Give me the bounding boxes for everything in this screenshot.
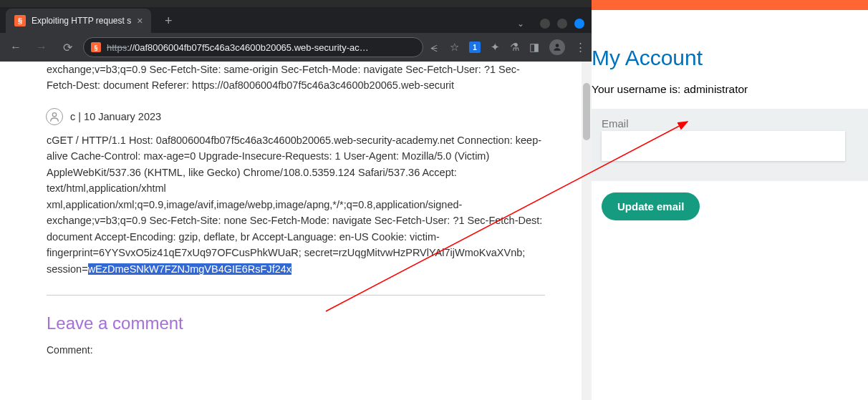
- panel-icon[interactable]: ◨: [529, 41, 539, 54]
- window-controls: ⌄: [517, 19, 592, 33]
- scrollbar[interactable]: [582, 62, 592, 400]
- browser-window: § Exploiting HTTP request s × + ⌄ ← → ⟳ …: [0, 0, 592, 400]
- close-icon[interactable]: ×: [137, 15, 143, 26]
- account-panel: My Account Your username is: administrat…: [592, 0, 868, 400]
- tab-strip: § Exploiting HTTP request s × + ⌄: [0, 7, 592, 33]
- leave-comment-heading: Leave a comment: [47, 313, 545, 333]
- svg-point-0: [556, 44, 559, 47]
- address-bar[interactable]: § https://0af8006004fb07f5c46a3c4600b200…: [83, 37, 423, 57]
- toolbar: ← → ⟳ § https://0af8006004fb07f5c46a3c46…: [0, 33, 592, 62]
- favicon-icon: §: [14, 15, 26, 26]
- svg-point-1: [52, 113, 56, 117]
- divider: [47, 295, 545, 296]
- back-button[interactable]: ←: [6, 37, 26, 57]
- update-email-button[interactable]: Update email: [602, 192, 700, 220]
- email-label: Email: [602, 117, 868, 130]
- username-text: Your username is: administrator: [592, 83, 868, 96]
- header-bar: [592, 0, 868, 10]
- comment-fragment: exchange;v=b3;q=0.9 Sec-Fetch-Site: same…: [47, 62, 545, 94]
- page-title: My Account: [592, 46, 868, 70]
- comment-body: cGET / HTTP/1.1 Host: 0af8006004fb07f5c4…: [47, 132, 545, 277]
- reload-button[interactable]: ⟳: [57, 37, 77, 57]
- site-info-icon[interactable]: §: [91, 42, 101, 52]
- email-form: Email: [592, 109, 868, 181]
- extension-icon[interactable]: 1: [469, 42, 481, 53]
- close-window-button[interactable]: [574, 19, 584, 29]
- comment-block: c | 10 January 2023 cGET / HTTP/1.1 Host…: [47, 108, 545, 277]
- extensions-icon[interactable]: ✦: [491, 41, 500, 54]
- minimize-button[interactable]: [540, 19, 550, 29]
- scrollbar-thumb[interactable]: [583, 83, 590, 140]
- page-content: exchange;v=b3;q=0.9 Sec-Fetch-Site: same…: [0, 62, 592, 400]
- comment-header: c | 10 January 2023: [47, 108, 545, 125]
- comment-meta: c | 10 January 2023: [70, 111, 161, 122]
- browser-tab[interactable]: § Exploiting HTTP request s ×: [6, 9, 151, 33]
- share-icon[interactable]: ⪪: [429, 42, 440, 54]
- menu-icon[interactable]: ⋮: [575, 41, 586, 54]
- new-tab-button[interactable]: +: [158, 11, 178, 31]
- toolbar-icons: ⪪ ☆ 1 ✦ ⚗ ◨ ⋮: [429, 39, 586, 55]
- url-text: https://0af8006004fb07f5c46a3c4600b20065…: [107, 42, 369, 53]
- comment-label: Comment:: [47, 344, 545, 356]
- titlebar: [0, 0, 592, 7]
- highlighted-session: wEzDmeSNkW7FZNJmgVB4GIE6RsFJf24x: [88, 263, 291, 275]
- comment-body-text: cGET / HTTP/1.1 Host: 0af8006004fb07f5c4…: [47, 135, 542, 275]
- bookmark-icon[interactable]: ☆: [450, 41, 459, 54]
- flask-icon[interactable]: ⚗: [510, 41, 519, 54]
- tab-title: Exploiting HTTP request s: [32, 16, 131, 26]
- avatar-icon: [46, 108, 63, 125]
- forward-button[interactable]: →: [32, 37, 52, 57]
- email-field[interactable]: [602, 131, 845, 161]
- profile-icon[interactable]: [549, 39, 565, 55]
- maximize-button[interactable]: [557, 19, 567, 29]
- chevron-down-icon[interactable]: ⌄: [517, 19, 524, 29]
